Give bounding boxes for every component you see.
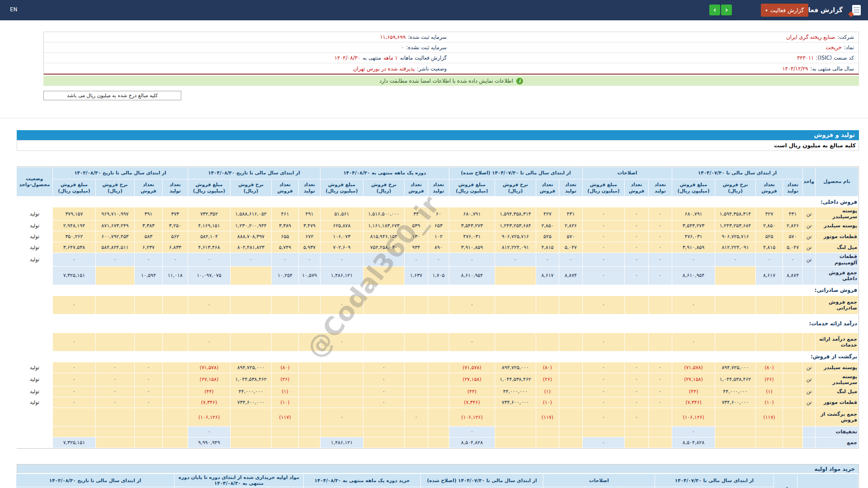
- value-cell: [52, 408, 95, 427]
- value-cell: [495, 266, 536, 285]
- value-cell: [271, 437, 298, 448]
- value-cell: ۰: [582, 266, 624, 285]
- product-name-cell: قطعات موتور: [816, 397, 859, 408]
- value-cell: ۶۵۳: [428, 221, 449, 231]
- value-cell: ۶۷۲: [298, 231, 320, 242]
- value-cell: ۰: [624, 242, 648, 253]
- value-cell: ۱۰۶,۰۷۳: [320, 231, 363, 242]
- value-cell: ۰: [582, 437, 624, 448]
- value-cell: ۵۷۰: [783, 231, 803, 242]
- value-cell: [783, 362, 803, 373]
- status-cell: تولید: [16, 207, 52, 221]
- language-toggle[interactable]: EN: [10, 6, 18, 13]
- value-cell: ۶۰: [428, 207, 449, 221]
- value-cell: ۰: [648, 242, 672, 253]
- value-cell: [536, 437, 559, 448]
- unit-cell: تن: [803, 231, 816, 242]
- value-cell: ۸۹۴,۷۲۵,۰۰۰: [715, 362, 756, 373]
- value-cell: [648, 408, 672, 427]
- column-group-header: از ابتدای سال مالی تا ۱۴۰۴/۰۷/۳۰ (اصلاح …: [449, 167, 582, 179]
- value-cell: ۰: [582, 253, 624, 266]
- column-header: تعداد فروش: [134, 179, 162, 197]
- value-cell: ۰: [320, 253, 363, 266]
- section-row: درآمد ارائه خدمات:: [16, 314, 858, 333]
- section-label: فروش داخلی:: [16, 197, 858, 207]
- value-cell: [298, 408, 320, 427]
- report-print-icon[interactable]: [849, 4, 861, 16]
- value-cell: [298, 362, 320, 373]
- value-cell: [320, 362, 363, 373]
- column-header: مبلغ فروش (میلیون ریال): [320, 179, 363, 197]
- value-cell: ۰: [449, 333, 495, 351]
- column-header: تعداد فروش: [536, 179, 559, 197]
- info-label: گزارش فعالیت ماهانه: [400, 55, 447, 61]
- value-cell: ۱,۴۸۶,۱۲۱: [320, 437, 363, 448]
- value-cell: [162, 296, 188, 314]
- value-cell: ۱۰۲: [428, 231, 449, 242]
- value-cell: ۸۱۵,۹۴۶,۱۵۴: [363, 231, 404, 242]
- column-group-header: از ابتدای سال مالی تا تاریخ ۱۴۰۴/۰۸/۳۰: [188, 167, 320, 179]
- production-table-wrap: نام محصولواحداز ابتدای سال مالی تا ۱۴۰۴/…: [17, 166, 859, 449]
- unit-cell: [803, 296, 816, 314]
- column-header: وضعیت محصول-واحد: [16, 167, 52, 197]
- info-row: سرمایه ثبت شده:۱۱,۶۵۹,۶۹۹: [44, 32, 451, 42]
- purchases-table-wrap: خرید مواد اولیه شرحواحداز ابتدای سال مال…: [17, 464, 859, 488]
- value-cell: [404, 386, 428, 397]
- value-cell: [624, 296, 648, 314]
- company-info-panel: شرکت:صنایع ریخته گری ایراننماد:خریختکد ص…: [43, 32, 859, 75]
- value-cell: [271, 427, 298, 437]
- prev-report-button[interactable]: ‹: [709, 5, 720, 15]
- divider: [0, 118, 868, 118]
- chevron-down-icon: ▾: [765, 8, 768, 13]
- value-cell: ۶۸۰,۷۹۱: [449, 207, 495, 221]
- column-header: نام محصول: [816, 167, 859, 197]
- value-cell: (۱): [756, 386, 783, 397]
- value-cell: ۸۹۴,۷۲۵,۰۰۰: [495, 362, 536, 373]
- value-cell: ۰: [624, 397, 648, 408]
- value-cell: [536, 296, 559, 314]
- product-name-cell: قطعات آلومینیوم: [816, 253, 859, 266]
- signature-confirmation-text: اطلاعات نمایش داده شده با اطلاعات امضا ش…: [379, 78, 513, 84]
- value-cell: [559, 386, 582, 397]
- value-cell: [404, 296, 428, 314]
- value-cell: ۰: [624, 221, 648, 231]
- value-cell: [559, 437, 582, 448]
- value-cell: ۵,۰۴۷: [783, 242, 803, 253]
- value-cell: ۸۹۴,۷۲۵,۰۰۰: [230, 362, 271, 373]
- column-group-header: اصلاحات: [582, 167, 672, 179]
- value-cell: ۰: [134, 386, 162, 397]
- value-cell: [363, 333, 404, 351]
- value-cell: [715, 333, 756, 351]
- column-header: تعداد تولید: [783, 179, 803, 197]
- value-cell: (۲۷,۱۵۸): [672, 373, 715, 386]
- value-cell: [230, 437, 271, 448]
- value-cell: ۷,۳۲۵,۱۵۱: [52, 266, 95, 285]
- value-cell: ۰: [162, 253, 188, 266]
- value-cell: ۰: [582, 373, 624, 386]
- next-report-button[interactable]: ›: [721, 5, 732, 15]
- value-cell: ۲,۸۵۰: [536, 221, 559, 231]
- value-cell: ۴۳۱: [783, 207, 803, 221]
- value-cell: (۱): [536, 386, 559, 397]
- report-type-dropdown[interactable]: گزارش فعالیت ▾: [761, 4, 808, 17]
- raw-materials-table: شرحواحداز ابتدای سال مالی تا ۱۴۰۴/۰۷/۳۰ا…: [16, 474, 859, 488]
- value-cell: (۴۴): [672, 386, 715, 397]
- unit-cell: تن: [803, 207, 816, 221]
- unit-cell: تن: [803, 362, 816, 373]
- value-cell: [404, 333, 428, 351]
- value-cell: ۰: [52, 373, 95, 386]
- product-name-cell: پوسته سیلندر: [816, 221, 859, 231]
- value-cell: ۷۳۴,۶۰۰,۰۰۰: [715, 397, 756, 408]
- info-label: نماد:: [844, 44, 854, 51]
- value-cell: ۵۸۳: [134, 231, 162, 242]
- value-cell: ۱,۲۴۳,۲۵۳,۶۸۴: [715, 221, 756, 231]
- table-row: میل لنگتن(۱)۴۴,۰۰۰,۰۰۰(۴۴)۰۰۰(۱)۴۴,۰۰۰,۰…: [16, 386, 858, 397]
- value-cell: [230, 333, 271, 351]
- column-group-header: از ابتدای سال مالی تا تاریخ ۱۴۰۳/۰۸/۳۰: [16, 474, 174, 487]
- unit-cell: [803, 266, 816, 285]
- top-bar: گزارش فعالیت ماهانه گزارش فعالیت ▾ ‹ › E…: [0, 0, 868, 20]
- value-cell: (۲۶): [536, 373, 559, 386]
- value-cell: ۸,۶۱۰,۹۵۴: [672, 266, 715, 285]
- value-cell: [404, 373, 428, 386]
- value-cell: ۴۲۷: [756, 207, 783, 221]
